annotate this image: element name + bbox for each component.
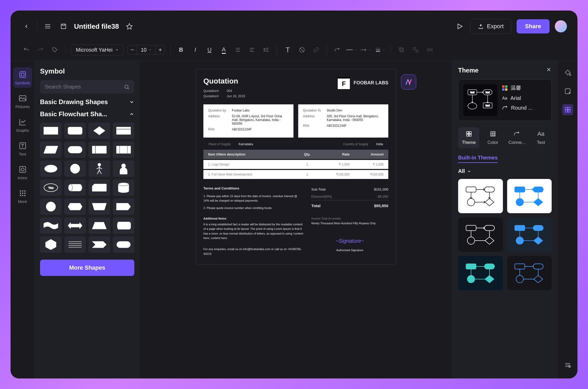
- shape-three-column[interactable]: [113, 142, 134, 158]
- tab-text[interactable]: AaText: [530, 127, 552, 148]
- shape-manual-op[interactable]: [89, 198, 110, 215]
- svg-rect-66: [505, 85, 507, 88]
- shape-cylinder-h[interactable]: [64, 179, 86, 196]
- arrow-style-button[interactable]: [361, 45, 371, 55]
- settings-tool-icon[interactable]: [562, 359, 573, 371]
- shape-yes-ellipse[interactable]: Yes: [40, 179, 62, 196]
- tab-theme[interactable]: Theme: [458, 127, 479, 148]
- shape-circle-2[interactable]: [40, 198, 62, 215]
- tab-color[interactable]: Color: [482, 127, 503, 148]
- shape-split-rect[interactable]: [113, 123, 134, 139]
- theme-card-outline-blue[interactable]: [507, 256, 552, 290]
- shape-stadium[interactable]: [113, 236, 134, 253]
- share-button[interactable]: Share: [517, 19, 550, 33]
- italic-button[interactable]: I: [190, 45, 200, 55]
- connector-button[interactable]: [332, 45, 343, 55]
- theme-tool-icon[interactable]: [562, 104, 573, 115]
- theme-card-blue[interactable]: [507, 179, 552, 213]
- theme-card-teal[interactable]: [458, 256, 503, 290]
- shape-tag-right[interactable]: [113, 198, 134, 215]
- menu-button[interactable]: [42, 21, 53, 32]
- line-spacing-button[interactable]: [261, 45, 272, 55]
- theme-filter-all[interactable]: All: [458, 168, 552, 174]
- theme-card-dark-outline[interactable]: [458, 217, 503, 252]
- line-weight-button[interactable]: [375, 45, 385, 55]
- font-color-button[interactable]: A: [218, 45, 229, 55]
- export-button[interactable]: Export: [470, 19, 511, 34]
- theme-card-dark-blue[interactable]: [507, 217, 552, 252]
- shape-parallelogram[interactable]: [40, 142, 62, 158]
- svg-point-11: [21, 168, 24, 171]
- shape-hexagon-h[interactable]: [64, 198, 86, 215]
- link-button[interactable]: [311, 45, 321, 55]
- avatar[interactable]: [555, 20, 567, 32]
- svg-rect-6: [19, 71, 26, 77]
- theme-panel-title: Theme: [458, 67, 478, 74]
- insert-tool-icon[interactable]: [562, 86, 573, 97]
- shape-column-left[interactable]: [89, 142, 110, 158]
- font-family-select[interactable]: Microsoft YaHei: [71, 45, 124, 55]
- crop-button[interactable]: [297, 45, 307, 55]
- undo-button[interactable]: [21, 45, 32, 55]
- rail-icons[interactable]: Icons: [13, 162, 32, 183]
- category-basic-flowchart[interactable]: Basic Flowchart Sha...: [40, 110, 134, 118]
- back-button[interactable]: [21, 21, 32, 32]
- close-icon[interactable]: [546, 67, 552, 74]
- rail-text[interactable]: Text: [13, 138, 32, 159]
- shape-ellipse[interactable]: [40, 161, 62, 177]
- redo-button[interactable]: [35, 45, 46, 55]
- ai-badge[interactable]: [401, 74, 416, 90]
- svg-point-35: [70, 164, 80, 173]
- search-shapes-input[interactable]: Search Shapes: [40, 80, 134, 94]
- text-style-button[interactable]: [233, 45, 243, 55]
- shape-chevron[interactable]: [89, 236, 110, 253]
- canvas[interactable]: Quotation Quotation#004 Quotation#Jun 19…: [140, 61, 452, 378]
- tab-connector[interactable]: Conne...: [506, 127, 528, 148]
- rail-more[interactable]: More: [13, 186, 32, 206]
- bold-button[interactable]: B: [176, 45, 186, 55]
- shape-rounded-rect[interactable]: [64, 123, 86, 139]
- font-size-increase[interactable]: +: [155, 45, 165, 55]
- svg-marker-27: [44, 146, 58, 153]
- underline-button[interactable]: U: [204, 45, 215, 55]
- shape-double-arrow[interactable]: [64, 217, 86, 234]
- svg-point-42: [78, 184, 82, 191]
- shape-person[interactable]: [113, 161, 134, 177]
- shape-cylinder-v[interactable]: [113, 179, 134, 196]
- distribute-button[interactable]: [425, 45, 435, 55]
- play-button[interactable]: [454, 21, 465, 32]
- shape-card[interactable]: [89, 179, 110, 196]
- rail-graphs[interactable]: Graphs: [13, 115, 32, 135]
- more-shapes-button[interactable]: More Shapes: [40, 260, 134, 276]
- fill-tool-icon[interactable]: [562, 67, 573, 78]
- shape-stick-figure[interactable]: [89, 161, 110, 177]
- shape-lines[interactable]: [64, 236, 86, 253]
- text-tool-button[interactable]: T: [282, 45, 293, 55]
- rail-symbols[interactable]: Symbols: [13, 67, 32, 88]
- layer-button[interactable]: [396, 45, 407, 55]
- svg-text:text: text: [470, 91, 474, 94]
- font-size-value[interactable]: 10: [137, 45, 155, 55]
- rail-pictures[interactable]: Pictures: [13, 91, 32, 111]
- shape-pill[interactable]: [64, 142, 86, 158]
- quotation-by-card: Quotation byFoobar Labs Address52-09, HS…: [203, 104, 293, 138]
- shape-wave[interactable]: [40, 217, 62, 234]
- shape-circle[interactable]: [64, 161, 86, 177]
- shape-grid: Yes: [40, 123, 134, 253]
- save-icon[interactable]: [58, 21, 69, 32]
- category-basic-drawing[interactable]: Basic Drawing Shapes: [40, 98, 134, 106]
- shape-hexagon-v[interactable]: [40, 236, 62, 253]
- align-button[interactable]: [247, 45, 257, 55]
- line-style-button[interactable]: [346, 45, 357, 55]
- document-preview[interactable]: Quotation Quotation#004 Quotation#Jun 19…: [196, 69, 396, 264]
- star-icon[interactable]: [124, 21, 135, 32]
- group-button[interactable]: [410, 45, 421, 55]
- shape-trapezoid[interactable]: [89, 217, 110, 234]
- shape-curved-rect[interactable]: [113, 217, 134, 234]
- shape-rectangle[interactable]: [40, 123, 62, 139]
- file-title[interactable]: Untitled file38: [74, 22, 119, 31]
- tag-icon[interactable]: [50, 45, 60, 55]
- shape-diamond[interactable]: [89, 123, 110, 139]
- font-size-decrease[interactable]: −: [128, 45, 137, 55]
- theme-card-light[interactable]: [458, 179, 503, 213]
